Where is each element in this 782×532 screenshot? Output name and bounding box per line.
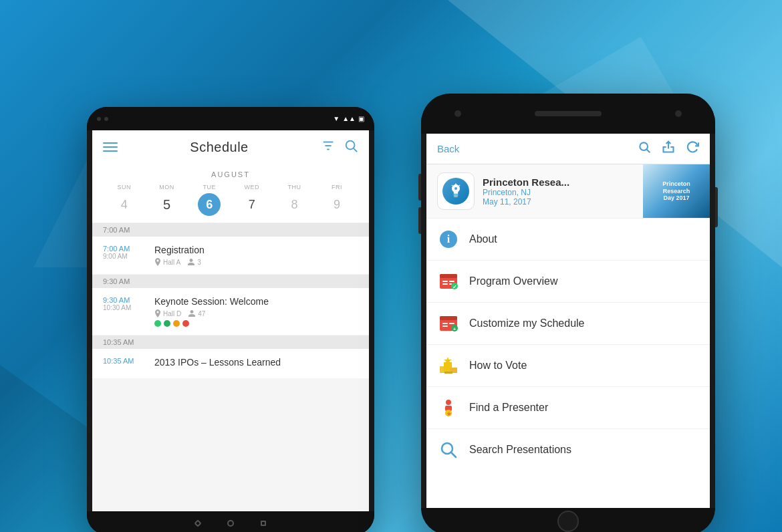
ios-refresh-icon[interactable] xyxy=(686,140,699,157)
dot-green2 xyxy=(164,320,170,327)
day-col-fri[interactable]: FRI 9 xyxy=(325,184,348,216)
search-icon[interactable] xyxy=(344,138,358,156)
android-status: ▼ ▲▲ ▣ xyxy=(333,115,364,122)
schedule-item-keynote[interactable]: 9:30 AM 10:30 AM Keynote Session: Welcom… xyxy=(92,288,369,335)
day-name-thu: THU xyxy=(287,184,301,190)
menu-item-about[interactable]: i About xyxy=(426,219,710,261)
svg-rect-26 xyxy=(449,323,454,324)
day-col-wed[interactable]: WED 7 xyxy=(241,184,263,216)
svg-text:★: ★ xyxy=(446,411,452,417)
android-dot-2 xyxy=(104,117,108,121)
item-meta-keynote: Hall D 47 xyxy=(154,309,358,317)
day-col-mon[interactable]: MON 5 xyxy=(155,184,178,216)
location-registration: Hall A xyxy=(154,258,180,266)
svg-line-11 xyxy=(452,185,452,186)
menu-item-how-to-vote[interactable]: How to Vote xyxy=(426,345,710,387)
day-num-mon: 5 xyxy=(155,193,178,216)
search-presentations-label: Search Presentations xyxy=(469,444,571,456)
days-row: SUN 4 MON 5 TUE 6 WED xyxy=(103,184,358,216)
svg-point-3 xyxy=(346,141,355,150)
ios-share-icon[interactable] xyxy=(662,140,675,157)
day-col-sun[interactable]: SUN 4 xyxy=(113,184,136,216)
program-overview-label: Program Overview xyxy=(469,275,557,287)
schedule-list: 7:00 AM 7:00 AM 9:00 AM Registration Hal… xyxy=(92,223,369,511)
volume-down-button[interactable] xyxy=(418,207,421,234)
event-logo-circle xyxy=(442,178,469,205)
svg-rect-33 xyxy=(444,372,452,374)
svg-text:i: i xyxy=(447,233,450,245)
filter-icon[interactable] xyxy=(321,138,336,156)
day-num-wed: 7 xyxy=(241,193,263,216)
event-card: Princeton Resea... Princeton, NJ May 11,… xyxy=(426,164,710,219)
android-back-btn[interactable] xyxy=(194,519,201,527)
menu-item-search-presentations[interactable]: Search Presentations xyxy=(426,429,710,471)
day-col-tue[interactable]: TUE 6 xyxy=(198,184,221,216)
svg-line-12 xyxy=(459,185,460,186)
item-name-ipos: 2013 IPOs – Lessons Learned xyxy=(154,357,358,368)
svg-rect-17 xyxy=(442,281,448,282)
iphone-bottom-bar xyxy=(421,508,715,532)
how-to-vote-icon xyxy=(437,354,460,377)
day-num-sun: 4 xyxy=(113,193,136,216)
item-time-registration: 7:00 AM 9:00 AM xyxy=(103,245,146,266)
home-button[interactable] xyxy=(557,511,579,532)
android-phone: ▼ ▲▲ ▣ Schedule xyxy=(87,107,374,532)
android-recent-btn[interactable] xyxy=(261,521,266,526)
dot-green xyxy=(154,320,161,327)
svg-rect-27 xyxy=(442,325,448,327)
back-button[interactable]: Back xyxy=(437,143,459,154)
menu-item-find-presenter[interactable]: ★ Find a Presenter xyxy=(426,387,710,429)
volume-up-button[interactable] xyxy=(418,174,421,201)
android-camera xyxy=(97,117,108,121)
android-bottom-bar xyxy=(87,511,374,532)
location-keynote: Hall D xyxy=(154,309,181,317)
search-presentations-icon xyxy=(437,438,460,461)
svg-line-6 xyxy=(647,150,650,153)
ios-search-icon[interactable] xyxy=(638,140,651,157)
day-num-thu: 8 xyxy=(283,193,305,216)
event-bg-text: PrincetonResearchDay 2017 xyxy=(662,180,690,202)
program-overview-icon: ✓ xyxy=(437,270,460,293)
item-end-registration: 9:00 AM xyxy=(103,253,146,260)
svg-rect-8 xyxy=(454,196,458,198)
menu-item-program-overview[interactable]: ✓ Program Overview xyxy=(426,261,710,303)
schedule-title: Schedule xyxy=(190,140,248,155)
svg-line-4 xyxy=(354,148,357,152)
item-details-keynote: Keynote Session: Welcome Hall D 47 xyxy=(154,296,358,327)
iphone-screen: Back xyxy=(426,134,710,508)
customize-schedule-label: Customize my Schedule xyxy=(469,317,585,329)
day-name-sun: SUN xyxy=(118,184,132,190)
power-button[interactable] xyxy=(715,187,718,227)
hamburger-button[interactable] xyxy=(103,142,118,152)
phones-container: ▼ ▲▲ ▣ Schedule xyxy=(0,0,782,532)
schedule-item-registration[interactable]: 7:00 AM 9:00 AM Registration Hall A xyxy=(92,237,369,274)
android-home-btn[interactable] xyxy=(227,520,234,527)
calendar-section: AUGUST SUN 4 MON 5 TUE 6 xyxy=(92,164,369,223)
svg-rect-24 xyxy=(440,316,457,320)
how-to-vote-label: How to Vote xyxy=(469,360,527,372)
iphone-camera xyxy=(454,110,461,117)
about-label: About xyxy=(469,233,497,245)
svg-rect-20 xyxy=(449,283,452,285)
svg-rect-18 xyxy=(449,281,454,282)
schedule-item-ipos[interactable]: 10:35 AM 2013 IPOs – Lessons Learned xyxy=(92,349,369,378)
find-presenter-label: Find a Presenter xyxy=(469,402,548,414)
day-col-thu[interactable]: THU 8 xyxy=(283,184,305,216)
iphone: Back xyxy=(421,94,715,532)
svg-rect-16 xyxy=(440,274,457,278)
menu-item-customize-schedule[interactable]: + Customize my Schedule xyxy=(426,303,710,345)
day-name-mon: MON xyxy=(159,184,174,190)
item-meta-registration: Hall A 3 xyxy=(154,258,358,266)
dot-orange xyxy=(173,320,180,327)
event-logo xyxy=(437,172,475,210)
item-start-ipos: 10:35 AM xyxy=(103,357,146,365)
svg-line-40 xyxy=(451,452,456,457)
iphone-sensor xyxy=(675,110,682,117)
time-divider-700: 7:00 AM xyxy=(92,223,369,237)
item-name-registration: Registration xyxy=(154,245,358,255)
schedule-header: Schedule xyxy=(92,130,369,164)
item-end-keynote: 10:30 AM xyxy=(103,304,146,311)
svg-text:✓: ✓ xyxy=(452,284,457,290)
day-name-tue: TUE xyxy=(203,184,216,190)
time-divider-930: 9:30 AM xyxy=(92,275,369,288)
